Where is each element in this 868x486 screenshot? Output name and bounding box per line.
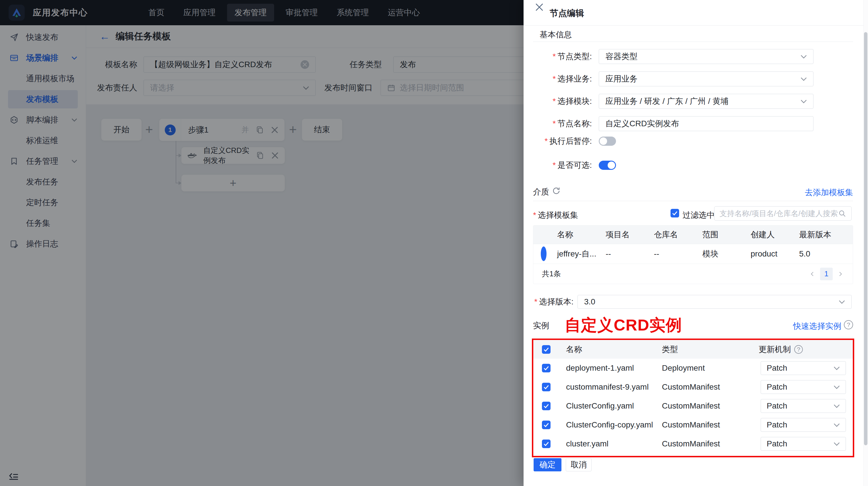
col-repo: 仓库名 (654, 229, 702, 240)
instance-row[interactable]: custommanifest-9.yaml CustomManifest Pat… (533, 378, 853, 396)
row-checkbox[interactable] (542, 383, 551, 391)
update-mechanism-select[interactable]: Patch (761, 418, 846, 432)
help-icon[interactable]: ? (844, 320, 853, 329)
check-icon (544, 366, 549, 370)
optional-label: *是否可选: (524, 161, 592, 170)
chevron-down-icon (801, 100, 807, 103)
row-checkbox[interactable] (542, 440, 551, 448)
select-all-checkbox[interactable] (542, 345, 551, 354)
col-instance-name: 名称 (566, 344, 662, 355)
instance-row[interactable]: ClusterConfig.yaml CustomManifest Patch (533, 396, 853, 415)
check-icon (544, 385, 549, 389)
version-label: *选择版本: (524, 295, 574, 309)
modal-overlay[interactable] (0, 0, 524, 486)
chevron-down-icon (801, 55, 807, 59)
cell-scope: 模块 (702, 249, 751, 259)
cell-project: -- (606, 249, 654, 258)
cancel-button[interactable]: 取消 (566, 458, 592, 472)
pagination: 1 (810, 268, 843, 280)
filter-selected-checkbox[interactable] (671, 209, 679, 218)
template-table-row[interactable]: jeffrey-自... -- -- 模块 product 5.0 (533, 244, 853, 264)
pause-after-exec-label: *执行后暂停: (524, 136, 592, 146)
row-checkbox[interactable] (542, 421, 551, 429)
update-mechanism-select[interactable]: Patch (761, 437, 846, 451)
node-name-label: *节点名称: (524, 116, 592, 131)
close-drawer-icon[interactable] (534, 2, 544, 12)
toggle-knob (608, 162, 615, 169)
business-value: 应用业务 (606, 73, 638, 84)
instance-row[interactable]: cluster.yaml CustomManifest Patch (533, 434, 853, 453)
row-checkbox[interactable] (542, 402, 551, 410)
instance-table: 名称 类型 更新机制? deployment-1.yaml Deployment… (533, 340, 853, 453)
total-count: 共1条 (542, 269, 561, 279)
divider (533, 337, 853, 337)
instance-type: CustomManifest (662, 439, 758, 448)
template-set-table: 名称 项目名 仓库名 范围 创建人 最新版本 jeffrey-自... -- -… (533, 225, 853, 284)
required-mark: * (553, 52, 556, 61)
red-annotation-text: 自定义CRD实例 (565, 315, 682, 336)
col-instance-type: 类型 (662, 344, 758, 355)
instance-type: CustomManifest (662, 401, 758, 411)
col-creator: 创建人 (751, 229, 799, 240)
confirm-button[interactable]: 确定 (534, 458, 561, 472)
help-icon[interactable]: ? (794, 345, 803, 354)
radio-selected[interactable] (541, 247, 547, 261)
pause-after-exec-toggle[interactable] (599, 136, 616, 146)
instance-row[interactable]: deployment-1.yaml Deployment Patch (533, 359, 853, 378)
scrollbar-thumb[interactable] (864, 32, 867, 445)
required-mark: * (545, 136, 548, 145)
node-name-value[interactable] (606, 119, 807, 128)
col-latest-version: 最新版本 (799, 229, 853, 240)
template-search-input[interactable] (714, 206, 851, 221)
template-set-label: *选择模板集 (533, 210, 578, 221)
instance-type: CustomManifest (662, 420, 758, 429)
instance-section-title: 实例 (533, 320, 549, 331)
optional-toggle[interactable] (599, 161, 616, 170)
update-mechanism-select[interactable]: Patch (761, 380, 846, 394)
add-template-set-link[interactable]: 去添加模板集 (805, 187, 853, 198)
filter-selected-label: 过滤选中 (683, 210, 715, 221)
check-icon (544, 423, 549, 427)
search-icon (838, 209, 846, 218)
update-mechanism-select[interactable]: Patch (761, 361, 846, 375)
node-type-select[interactable]: 容器类型 (599, 49, 813, 64)
required-mark: * (553, 74, 556, 83)
quick-select-instance-link[interactable]: 快速选择实例 (793, 321, 841, 332)
instance-table-header: 名称 类型 更新机制? (533, 340, 853, 359)
drawer-scrollbar[interactable] (863, 0, 868, 486)
chevron-down-icon (834, 385, 840, 389)
basic-info-section-title: 基本信息 (539, 29, 572, 40)
chevron-down-icon (801, 77, 807, 81)
update-mechanism-select[interactable]: Patch (761, 399, 846, 413)
required-mark: * (553, 161, 556, 169)
business-select[interactable]: 应用业务 (599, 71, 813, 86)
node-type-label: *节点类型: (524, 49, 592, 64)
col-scope: 范围 (702, 229, 751, 240)
prev-page-icon[interactable] (810, 272, 814, 276)
toggle-knob (600, 137, 607, 145)
media-section-title: 介质 (533, 187, 549, 197)
check-icon (544, 404, 549, 408)
node-name-input[interactable] (599, 116, 813, 131)
instance-row[interactable]: ClusterConfig-copy.yaml CustomManifest P… (533, 415, 853, 434)
instance-name: cluster.yaml (566, 439, 662, 448)
chevron-down-icon (834, 423, 840, 427)
instance-name: ClusterConfig.yaml (566, 401, 662, 411)
module-value: 应用业务 / 研发 / 广东 / 广州 / 黄埔 (606, 96, 728, 107)
module-select[interactable]: 应用业务 / 研发 / 广东 / 广州 / 黄埔 (599, 94, 813, 109)
refresh-icon[interactable] (552, 187, 561, 195)
col-project: 项目名 (606, 229, 654, 240)
check-icon (544, 348, 549, 352)
row-checkbox[interactable] (542, 364, 551, 372)
instance-name: ClusterConfig-copy.yaml (566, 420, 662, 429)
required-mark: * (553, 97, 556, 105)
page-number[interactable]: 1 (820, 268, 833, 280)
next-page-icon[interactable] (838, 272, 843, 276)
cell-latest-version: 5.0 (799, 249, 853, 258)
search-input[interactable] (720, 209, 838, 218)
required-mark: * (534, 297, 537, 306)
version-select[interactable]: 3.0 (578, 295, 851, 309)
business-label: *选择业务: (524, 71, 592, 86)
chevron-down-icon (834, 404, 840, 408)
template-table-footer: 共1条 1 (533, 264, 853, 284)
